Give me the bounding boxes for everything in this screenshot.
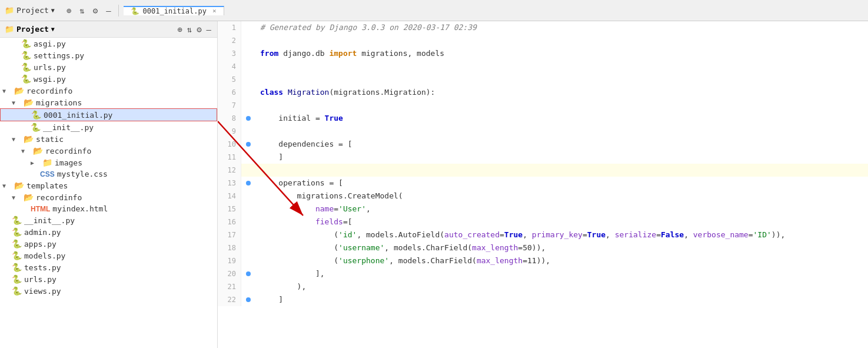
- tree-item-apps[interactable]: 🐍 apps.py: [0, 238, 217, 250]
- tree-item-mystyle[interactable]: CSS mystyle.css: [0, 168, 217, 180]
- line-number: 12: [218, 164, 241, 177]
- tree-item-settings[interactable]: 🐍 settings.py: [0, 49, 217, 61]
- breakpoint-dot[interactable]: [246, 297, 251, 302]
- tree-item-asgi[interactable]: 🐍 asgi.py: [0, 38, 217, 49]
- tab-0001-initial[interactable]: 🐍 0001_initial.py ×: [124, 6, 224, 15]
- py-file-icon: 🐍: [31, 122, 41, 132]
- line-content: name='User',: [255, 203, 868, 216]
- sidebar-settings-icon[interactable]: ⚙: [195, 24, 202, 35]
- code-line-2: 2: [218, 34, 868, 47]
- editor-wrapper: 1 # Generated by Django 3.0.3 on 2020-03…: [218, 21, 868, 348]
- tree-item-admin[interactable]: 🐍 admin.py: [0, 226, 217, 238]
- migration-file-icon: 🐍: [31, 110, 41, 120]
- line-number: 14: [218, 190, 241, 203]
- line-content: initial = True: [255, 112, 868, 125]
- line-content: ),: [255, 280, 868, 293]
- tree-item-templates[interactable]: ▼ 📂 templates: [0, 180, 217, 191]
- tree-item-models[interactable]: 🐍 models.py: [0, 250, 217, 261]
- tree-item-urls-root[interactable]: 🐍 urls.py: [0, 61, 217, 73]
- line-content: dependencies = [: [255, 138, 868, 151]
- tree-item-migrations[interactable]: ▼ 📂 migrations: [0, 97, 217, 108]
- folder-icon: 📁: [5, 6, 14, 15]
- html-file-icon: HTML: [31, 205, 50, 213]
- sidebar-collapse-icon[interactable]: ⇅: [186, 24, 193, 35]
- tree-item-urls2[interactable]: 🐍 urls.py: [0, 273, 217, 285]
- line-content: ],: [255, 267, 868, 280]
- py-file-icon: 🐍: [12, 286, 22, 296]
- tree-item-views[interactable]: 🐍 views.py: [0, 285, 217, 297]
- line-number: 19: [218, 254, 241, 267]
- add-icon[interactable]: ⊕: [64, 5, 74, 16]
- tree-item-tests[interactable]: 🐍 tests.py: [0, 261, 217, 273]
- code-line-5: 5: [218, 73, 868, 86]
- project-chevron-icon: ▼: [51, 26, 55, 32]
- tree-item-0001-initial[interactable]: 🐍 0001_initial.py: [0, 108, 217, 121]
- code-line-20: 20 ],: [218, 267, 868, 280]
- line-gutter: [241, 112, 255, 125]
- sidebar-add-icon[interactable]: ⊕: [176, 24, 183, 35]
- line-content: [255, 125, 868, 138]
- line-content: fields=[: [255, 216, 868, 228]
- code-lines: 1 # Generated by Django 3.0.3 on 2020-03…: [218, 21, 868, 306]
- main-layout: 📁 Project ▼ ⊕ ⇅ ⚙ — 🐍 asgi.py �: [0, 21, 868, 348]
- tree-item-static[interactable]: ▼ 📂 static: [0, 133, 217, 145]
- tree-item-wsgi[interactable]: 🐍 wsgi.py: [0, 73, 217, 85]
- sidebar-header: 📁 Project ▼ ⊕ ⇅ ⚙ —: [0, 21, 217, 38]
- folder-icon: 📁: [42, 158, 52, 167]
- py-file-icon: 🐍: [21, 62, 31, 72]
- tab-bar: 🐍 0001_initial.py ×: [124, 6, 863, 15]
- tree-item-images[interactable]: ▶ 📁 images: [0, 157, 217, 168]
- line-content: from django.db import migrations, models: [255, 47, 868, 60]
- tree-item-myindex[interactable]: HTML myindex.html: [0, 203, 217, 214]
- py-file-icon: 🐍: [12, 216, 22, 225]
- tree-item-recordinfo3[interactable]: ▼ 📂 recordinfo: [0, 191, 217, 203]
- folder-icon: 📂: [24, 134, 34, 144]
- line-gutter: [241, 190, 255, 203]
- code-line-8: 8 initial = True: [218, 112, 868, 125]
- line-gutter: [241, 203, 255, 216]
- toolbar: 📁 Project ▼ ⊕ ⇅ ⚙ — 🐍 0001_initial.py ×: [0, 0, 868, 21]
- tab-close-button[interactable]: ×: [212, 7, 217, 15]
- line-gutter: [241, 99, 255, 112]
- line-gutter: [241, 47, 255, 60]
- breakpoint-dot[interactable]: [246, 271, 251, 276]
- breakpoint-dot[interactable]: [246, 181, 251, 185]
- code-line-10: 10 dependencies = [: [218, 138, 868, 151]
- folder-icon: 📂: [14, 86, 24, 95]
- code-line-7: 7: [218, 99, 868, 112]
- py-file-icon: 🐍: [21, 39, 31, 48]
- py-file-icon: 🐍: [12, 239, 22, 248]
- collapse-icon[interactable]: ⇅: [77, 5, 87, 16]
- tree-item-recordinfo[interactable]: ▼ 📂 recordinfo: [0, 85, 217, 97]
- project-panel-header: 📁 Project ▼: [5, 6, 55, 15]
- toolbar-divider: [118, 5, 119, 16]
- line-gutter: [241, 228, 255, 241]
- tree-item-recordinfo2[interactable]: ▼ 📂 recordinfo: [0, 145, 217, 157]
- py-file-icon: 🐍: [21, 51, 31, 60]
- minimize-icon[interactable]: —: [104, 5, 113, 16]
- breakpoint-dot[interactable]: [246, 142, 251, 147]
- toolbar-icons: ⊕ ⇅ ⚙ —: [64, 5, 114, 16]
- tree-item-init2[interactable]: 🐍 __init__.py: [0, 214, 217, 226]
- line-gutter: [241, 254, 255, 267]
- code-line-17: 17 ('id', models.AutoField(auto_created=…: [218, 228, 868, 241]
- line-gutter: [241, 216, 255, 228]
- tree-item-init[interactable]: 🐍 __init__.py: [0, 121, 217, 133]
- tab-filename: 0001_initial.py: [143, 7, 207, 15]
- line-gutter: [241, 177, 255, 190]
- sidebar-minimize-icon[interactable]: —: [205, 24, 212, 35]
- chevron-down-icon: ▼: [51, 7, 55, 14]
- code-line-11: 11 ]: [218, 151, 868, 164]
- line-content: ]: [255, 151, 868, 164]
- code-line-22: 22 ]: [218, 293, 868, 306]
- code-line-18: 18 ('username', models.CharField(max_len…: [218, 241, 868, 254]
- code-line-19: 19 ('userphone', models.CharField(max_le…: [218, 254, 868, 267]
- folder-icon: 📂: [24, 193, 34, 202]
- breakpoint-dot[interactable]: [246, 116, 251, 121]
- line-content: ('username', models.CharField(max_length…: [255, 241, 868, 254]
- line-gutter: [241, 293, 255, 306]
- code-line-1: 1 # Generated by Django 3.0.3 on 2020-03…: [218, 21, 868, 34]
- code-editor[interactable]: 1 # Generated by Django 3.0.3 on 2020-03…: [218, 21, 868, 348]
- sidebar-title: 📁 Project ▼: [5, 25, 55, 34]
- settings-icon[interactable]: ⚙: [91, 5, 100, 16]
